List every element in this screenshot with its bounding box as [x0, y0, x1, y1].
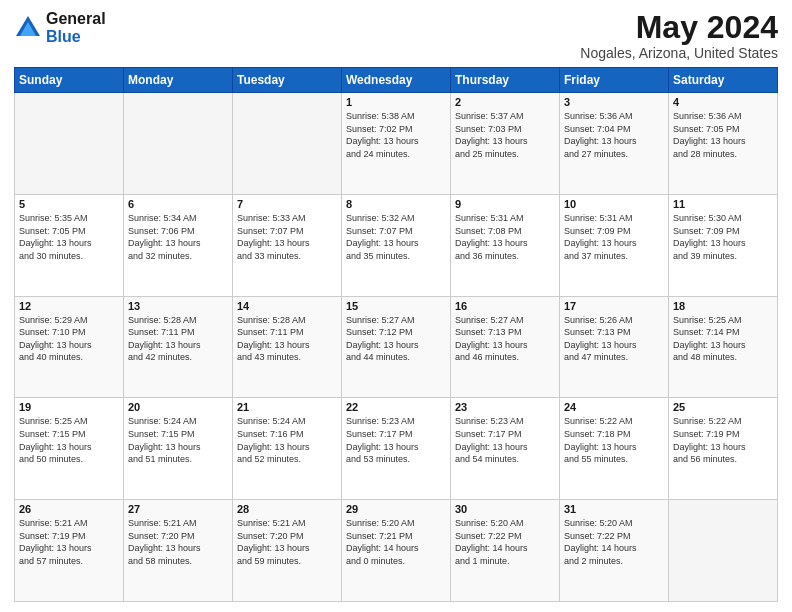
weekday-header-thursday: Thursday [451, 68, 560, 93]
day-number: 15 [346, 300, 446, 312]
day-number: 6 [128, 198, 228, 210]
calendar-cell: 20Sunrise: 5:24 AM Sunset: 7:15 PM Dayli… [124, 398, 233, 500]
day-info: Sunrise: 5:30 AM Sunset: 7:09 PM Dayligh… [673, 212, 773, 262]
day-number: 5 [19, 198, 119, 210]
calendar-cell: 11Sunrise: 5:30 AM Sunset: 7:09 PM Dayli… [669, 194, 778, 296]
logo: General Blue [14, 10, 106, 45]
day-number: 20 [128, 401, 228, 413]
day-number: 12 [19, 300, 119, 312]
weekday-header-tuesday: Tuesday [233, 68, 342, 93]
week-row-0: 1Sunrise: 5:38 AM Sunset: 7:02 PM Daylig… [15, 93, 778, 195]
day-number: 10 [564, 198, 664, 210]
week-row-4: 26Sunrise: 5:21 AM Sunset: 7:19 PM Dayli… [15, 500, 778, 602]
calendar: SundayMondayTuesdayWednesdayThursdayFrid… [14, 67, 778, 602]
day-info: Sunrise: 5:20 AM Sunset: 7:22 PM Dayligh… [564, 517, 664, 567]
day-number: 17 [564, 300, 664, 312]
day-info: Sunrise: 5:21 AM Sunset: 7:19 PM Dayligh… [19, 517, 119, 567]
day-info: Sunrise: 5:23 AM Sunset: 7:17 PM Dayligh… [455, 415, 555, 465]
day-info: Sunrise: 5:27 AM Sunset: 7:13 PM Dayligh… [455, 314, 555, 364]
calendar-cell [15, 93, 124, 195]
calendar-cell: 10Sunrise: 5:31 AM Sunset: 7:09 PM Dayli… [560, 194, 669, 296]
calendar-cell: 15Sunrise: 5:27 AM Sunset: 7:12 PM Dayli… [342, 296, 451, 398]
calendar-cell: 30Sunrise: 5:20 AM Sunset: 7:22 PM Dayli… [451, 500, 560, 602]
day-number: 31 [564, 503, 664, 515]
calendar-cell: 14Sunrise: 5:28 AM Sunset: 7:11 PM Dayli… [233, 296, 342, 398]
weekday-header-saturday: Saturday [669, 68, 778, 93]
weekday-header-row: SundayMondayTuesdayWednesdayThursdayFrid… [15, 68, 778, 93]
day-number: 21 [237, 401, 337, 413]
day-info: Sunrise: 5:24 AM Sunset: 7:15 PM Dayligh… [128, 415, 228, 465]
day-number: 19 [19, 401, 119, 413]
calendar-cell [669, 500, 778, 602]
calendar-cell: 28Sunrise: 5:21 AM Sunset: 7:20 PM Dayli… [233, 500, 342, 602]
day-info: Sunrise: 5:22 AM Sunset: 7:18 PM Dayligh… [564, 415, 664, 465]
logo-general-text: General [46, 10, 106, 28]
calendar-cell: 17Sunrise: 5:26 AM Sunset: 7:13 PM Dayli… [560, 296, 669, 398]
week-row-2: 12Sunrise: 5:29 AM Sunset: 7:10 PM Dayli… [15, 296, 778, 398]
weekday-header-sunday: Sunday [15, 68, 124, 93]
day-number: 27 [128, 503, 228, 515]
day-info: Sunrise: 5:38 AM Sunset: 7:02 PM Dayligh… [346, 110, 446, 160]
calendar-cell: 19Sunrise: 5:25 AM Sunset: 7:15 PM Dayli… [15, 398, 124, 500]
day-info: Sunrise: 5:23 AM Sunset: 7:17 PM Dayligh… [346, 415, 446, 465]
day-info: Sunrise: 5:31 AM Sunset: 7:09 PM Dayligh… [564, 212, 664, 262]
calendar-cell [233, 93, 342, 195]
calendar-cell: 26Sunrise: 5:21 AM Sunset: 7:19 PM Dayli… [15, 500, 124, 602]
day-info: Sunrise: 5:28 AM Sunset: 7:11 PM Dayligh… [128, 314, 228, 364]
calendar-cell: 24Sunrise: 5:22 AM Sunset: 7:18 PM Dayli… [560, 398, 669, 500]
main-title: May 2024 [580, 10, 778, 45]
day-info: Sunrise: 5:26 AM Sunset: 7:13 PM Dayligh… [564, 314, 664, 364]
day-number: 3 [564, 96, 664, 108]
day-info: Sunrise: 5:29 AM Sunset: 7:10 PM Dayligh… [19, 314, 119, 364]
day-info: Sunrise: 5:25 AM Sunset: 7:15 PM Dayligh… [19, 415, 119, 465]
title-block: May 2024 Nogales, Arizona, United States [580, 10, 778, 61]
calendar-cell: 2Sunrise: 5:37 AM Sunset: 7:03 PM Daylig… [451, 93, 560, 195]
calendar-cell: 31Sunrise: 5:20 AM Sunset: 7:22 PM Dayli… [560, 500, 669, 602]
day-info: Sunrise: 5:24 AM Sunset: 7:16 PM Dayligh… [237, 415, 337, 465]
day-info: Sunrise: 5:21 AM Sunset: 7:20 PM Dayligh… [128, 517, 228, 567]
weekday-header-wednesday: Wednesday [342, 68, 451, 93]
calendar-cell: 23Sunrise: 5:23 AM Sunset: 7:17 PM Dayli… [451, 398, 560, 500]
day-info: Sunrise: 5:27 AM Sunset: 7:12 PM Dayligh… [346, 314, 446, 364]
day-info: Sunrise: 5:37 AM Sunset: 7:03 PM Dayligh… [455, 110, 555, 160]
calendar-cell: 9Sunrise: 5:31 AM Sunset: 7:08 PM Daylig… [451, 194, 560, 296]
day-number: 23 [455, 401, 555, 413]
day-number: 16 [455, 300, 555, 312]
day-number: 30 [455, 503, 555, 515]
day-number: 13 [128, 300, 228, 312]
page: General Blue May 2024 Nogales, Arizona, … [0, 0, 792, 612]
day-number: 14 [237, 300, 337, 312]
calendar-cell: 12Sunrise: 5:29 AM Sunset: 7:10 PM Dayli… [15, 296, 124, 398]
calendar-cell: 13Sunrise: 5:28 AM Sunset: 7:11 PM Dayli… [124, 296, 233, 398]
calendar-cell: 1Sunrise: 5:38 AM Sunset: 7:02 PM Daylig… [342, 93, 451, 195]
calendar-cell: 18Sunrise: 5:25 AM Sunset: 7:14 PM Dayli… [669, 296, 778, 398]
day-number: 11 [673, 198, 773, 210]
calendar-cell: 7Sunrise: 5:33 AM Sunset: 7:07 PM Daylig… [233, 194, 342, 296]
day-number: 2 [455, 96, 555, 108]
day-number: 7 [237, 198, 337, 210]
day-number: 25 [673, 401, 773, 413]
day-info: Sunrise: 5:21 AM Sunset: 7:20 PM Dayligh… [237, 517, 337, 567]
calendar-cell: 8Sunrise: 5:32 AM Sunset: 7:07 PM Daylig… [342, 194, 451, 296]
day-info: Sunrise: 5:22 AM Sunset: 7:19 PM Dayligh… [673, 415, 773, 465]
calendar-cell: 22Sunrise: 5:23 AM Sunset: 7:17 PM Dayli… [342, 398, 451, 500]
day-info: Sunrise: 5:34 AM Sunset: 7:06 PM Dayligh… [128, 212, 228, 262]
day-number: 22 [346, 401, 446, 413]
day-number: 1 [346, 96, 446, 108]
day-info: Sunrise: 5:25 AM Sunset: 7:14 PM Dayligh… [673, 314, 773, 364]
day-number: 28 [237, 503, 337, 515]
week-row-1: 5Sunrise: 5:35 AM Sunset: 7:05 PM Daylig… [15, 194, 778, 296]
logo-icon [14, 14, 42, 42]
calendar-cell: 21Sunrise: 5:24 AM Sunset: 7:16 PM Dayli… [233, 398, 342, 500]
weekday-header-monday: Monday [124, 68, 233, 93]
calendar-cell: 25Sunrise: 5:22 AM Sunset: 7:19 PM Dayli… [669, 398, 778, 500]
calendar-cell [124, 93, 233, 195]
week-row-3: 19Sunrise: 5:25 AM Sunset: 7:15 PM Dayli… [15, 398, 778, 500]
subtitle: Nogales, Arizona, United States [580, 45, 778, 61]
day-number: 9 [455, 198, 555, 210]
day-info: Sunrise: 5:36 AM Sunset: 7:04 PM Dayligh… [564, 110, 664, 160]
day-info: Sunrise: 5:32 AM Sunset: 7:07 PM Dayligh… [346, 212, 446, 262]
calendar-cell: 6Sunrise: 5:34 AM Sunset: 7:06 PM Daylig… [124, 194, 233, 296]
header: General Blue May 2024 Nogales, Arizona, … [14, 10, 778, 61]
calendar-cell: 27Sunrise: 5:21 AM Sunset: 7:20 PM Dayli… [124, 500, 233, 602]
